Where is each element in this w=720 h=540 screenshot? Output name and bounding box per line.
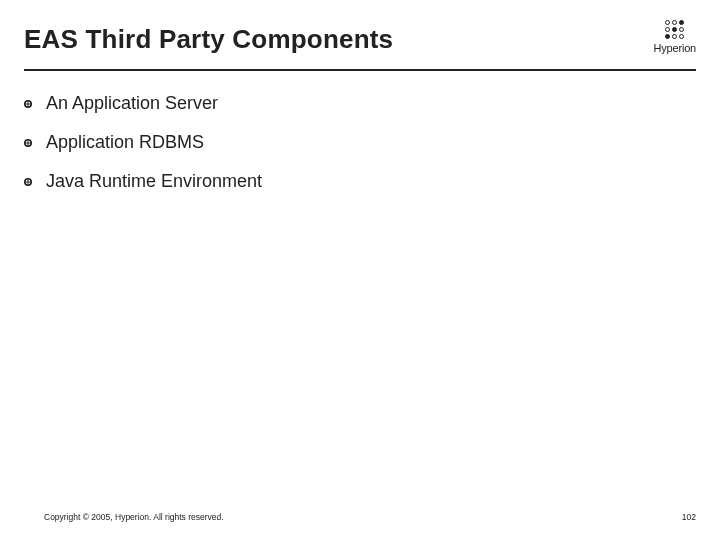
page-number: 102 — [682, 512, 696, 522]
bullet-text: Java Runtime Environment — [46, 171, 262, 192]
copyright-text: Copyright © 2005, Hyperion. All rights r… — [44, 512, 224, 522]
page-title: EAS Third Party Components — [24, 24, 393, 55]
slide-content: An Application Server Application RDBMS … — [0, 71, 720, 192]
bullet-icon — [24, 139, 32, 147]
bullet-text: Application RDBMS — [46, 132, 204, 153]
bullet-text: An Application Server — [46, 93, 218, 114]
list-item: Application RDBMS — [24, 132, 696, 153]
bullet-icon — [24, 178, 32, 186]
logo-dots-icon — [665, 20, 684, 39]
bullet-icon — [24, 100, 32, 108]
logo-text: Hyperion — [654, 42, 696, 54]
hyperion-logo: Hyperion — [654, 20, 696, 54]
slide-header: EAS Third Party Components Hyperion — [0, 0, 720, 55]
slide-footer: Copyright © 2005, Hyperion. All rights r… — [0, 512, 720, 522]
list-item: Java Runtime Environment — [24, 171, 696, 192]
list-item: An Application Server — [24, 93, 696, 114]
